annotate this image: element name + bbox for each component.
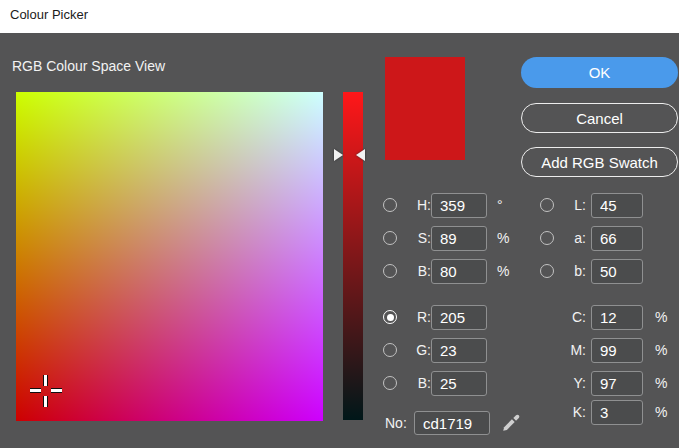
field-label-k: K: xyxy=(563,404,586,420)
crosshair-arm xyxy=(30,388,41,393)
field-suffix-y: % xyxy=(655,375,667,391)
field-input-bb[interactable] xyxy=(591,259,643,284)
field-input-a[interactable] xyxy=(591,226,643,251)
radio-b2[interactable] xyxy=(383,376,397,390)
field-label-c: C: xyxy=(563,309,586,325)
radio-b[interactable] xyxy=(383,264,397,278)
field-input-y[interactable] xyxy=(591,371,643,396)
field-suffix-c: % xyxy=(655,309,667,325)
field-row-bb: b: xyxy=(540,258,643,284)
radio-h[interactable] xyxy=(383,198,397,212)
field-input-s[interactable] xyxy=(431,226,487,251)
radio-a[interactable] xyxy=(540,231,554,245)
field-row-l: L: xyxy=(540,192,643,218)
window-title: Colour Picker xyxy=(10,7,88,22)
field-input-m[interactable] xyxy=(591,338,643,363)
radio-r[interactable] xyxy=(383,310,397,324)
field-label-y: Y: xyxy=(563,375,586,391)
field-suffix-m: % xyxy=(655,342,667,358)
red-channel-slider[interactable] xyxy=(343,92,363,420)
field-suffix-k: % xyxy=(655,404,667,420)
eyedropper-glyph xyxy=(500,412,522,434)
hex-label: No: xyxy=(385,415,411,431)
field-label-bb: b: xyxy=(563,263,586,279)
cancel-button[interactable]: Cancel xyxy=(521,103,678,133)
radio-g[interactable] xyxy=(383,343,397,357)
colour-space-gradient[interactable] xyxy=(16,92,323,421)
section-label: RGB Colour Space View xyxy=(12,58,165,74)
field-row-h: H: ° xyxy=(383,192,503,218)
colour-preview-swatch xyxy=(385,57,465,160)
crosshair-arm xyxy=(43,375,48,386)
field-input-k[interactable] xyxy=(591,400,643,425)
radio-l[interactable] xyxy=(540,198,554,212)
radio-s[interactable] xyxy=(383,231,397,245)
colour-picker-dialog: RGB Colour Space View OK Cancel Add RGB … xyxy=(0,33,679,448)
crosshair-arm xyxy=(51,388,62,393)
field-input-r[interactable] xyxy=(431,305,487,330)
field-row-y: Y: % xyxy=(540,370,667,396)
field-row-hex: No: xyxy=(385,410,522,436)
window-titlebar: Colour Picker xyxy=(0,0,679,33)
field-row-b: B: % xyxy=(383,258,509,284)
eyedropper-icon[interactable] xyxy=(500,412,522,434)
field-input-l[interactable] xyxy=(591,193,643,218)
field-row-k: K: % xyxy=(540,399,667,425)
field-label-b: B: xyxy=(406,263,431,279)
slider-handle-right-arrow-icon[interactable] xyxy=(356,149,365,161)
field-input-b[interactable] xyxy=(431,259,487,284)
field-input-g[interactable] xyxy=(431,338,487,363)
field-row-g: G: xyxy=(383,337,487,363)
field-row-b2: B: xyxy=(383,370,487,396)
field-label-g: G: xyxy=(406,342,431,358)
radio-bb[interactable] xyxy=(540,264,554,278)
add-rgb-swatch-button[interactable]: Add RGB Swatch xyxy=(521,147,678,177)
field-row-m: M: % xyxy=(540,337,667,363)
field-suffix-h: ° xyxy=(497,197,503,213)
field-label-b2: B: xyxy=(406,375,431,391)
field-suffix-s: % xyxy=(497,230,509,246)
field-label-m: M: xyxy=(563,342,586,358)
field-label-h: H: xyxy=(406,197,431,213)
field-label-a: a: xyxy=(563,230,586,246)
slider-handle-left-arrow-icon[interactable] xyxy=(334,149,343,161)
field-label-s: S: xyxy=(406,230,431,246)
field-suffix-b: % xyxy=(497,263,509,279)
field-input-h[interactable] xyxy=(431,193,487,218)
hex-input[interactable] xyxy=(414,411,490,435)
crosshair-arm xyxy=(43,396,48,407)
field-row-s: S: % xyxy=(383,225,509,251)
field-label-r: R: xyxy=(406,309,431,325)
field-row-a: a: xyxy=(540,225,643,251)
field-label-l: L: xyxy=(563,197,586,213)
field-input-c[interactable] xyxy=(591,305,643,330)
ok-button[interactable]: OK xyxy=(521,57,678,88)
field-row-c: C: % xyxy=(540,304,667,330)
field-input-b2[interactable] xyxy=(431,371,487,396)
field-row-r: R: xyxy=(383,304,487,330)
